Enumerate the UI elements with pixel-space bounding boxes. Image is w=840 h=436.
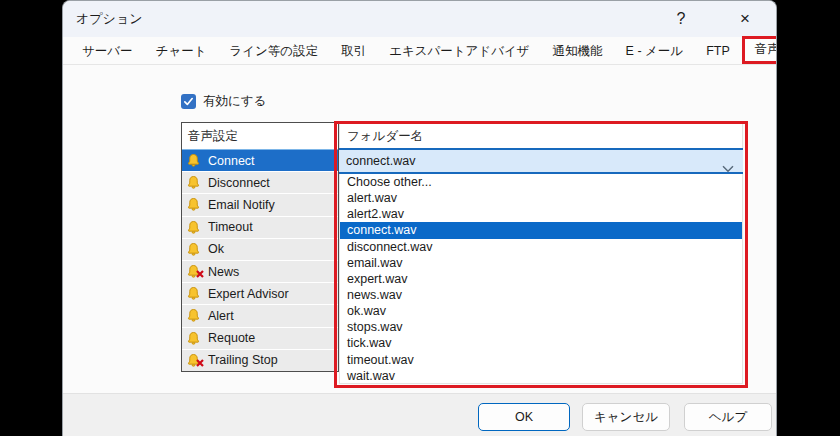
tab[interactable]: FTP (695, 39, 741, 64)
tab[interactable]: 取引 (330, 39, 377, 64)
sound-event-row[interactable]: Disconnect (182, 171, 338, 193)
bell-icon (186, 353, 201, 368)
options-dialog: オプション ? × サーバー チャート ライン等の設定 取引 エキスパートアドバ… (62, 0, 777, 436)
help-button[interactable]: ヘルプ (684, 403, 772, 431)
bell-icon (186, 175, 201, 190)
checkbox-checked-icon (181, 94, 196, 109)
folder-panel: フォルダー名 connect.wav Choose other... alert… (339, 122, 743, 384)
dropdown-item[interactable]: stops.wav (340, 319, 742, 335)
tab[interactable]: 通知機能 (542, 39, 614, 64)
combobox-value: connect.wav (346, 154, 415, 168)
dropdown-item[interactable]: timeout.wav (340, 352, 742, 368)
bell-icon (186, 308, 201, 323)
sound-event-label: Connect (208, 154, 255, 168)
bell-icon (186, 220, 201, 235)
dialog-title: オプション (76, 10, 143, 28)
tab[interactable]: エキスパートアドバイザ (378, 39, 540, 64)
disabled-x-icon (196, 267, 204, 281)
disabled-x-icon (196, 356, 204, 370)
bell-icon (186, 153, 201, 168)
sound-event-label: Alert (208, 309, 234, 323)
sound-file-combobox[interactable]: connect.wav (339, 148, 743, 174)
dropdown-item[interactable]: connect.wav (340, 222, 742, 238)
enable-checkbox-label: 有効にする (203, 93, 266, 110)
bell-icon (186, 197, 201, 212)
tab[interactable]: E - メール (615, 39, 695, 64)
bell-icon (186, 264, 201, 279)
dropdown-item[interactable]: alert.wav (340, 190, 742, 206)
bell-icon (186, 331, 201, 346)
cancel-button[interactable]: キャンセル (582, 403, 670, 431)
sound-event-row[interactable]: Requote (182, 327, 338, 349)
sound-event-label: Disconnect (208, 176, 270, 190)
sound-event-label: Requote (208, 331, 255, 345)
sound-event-row[interactable]: Connect (182, 149, 338, 171)
sound-event-label: Trailing Stop (208, 353, 278, 367)
sound-event-label: News (208, 265, 239, 279)
tab[interactable]: ライン等の設定 (218, 39, 329, 64)
enable-checkbox[interactable]: 有効にする (181, 93, 266, 110)
dropdown-item[interactable]: ok.wav (340, 303, 742, 319)
sound-event-label: Ok (208, 242, 224, 256)
chevron-down-icon (722, 158, 734, 180)
folder-column-header: フォルダー名 (339, 122, 743, 148)
dropdown-item[interactable]: tick.wav (340, 335, 742, 351)
sound-event-row[interactable]: Timeout (182, 216, 338, 238)
dropdown-item[interactable]: alert2.wav (340, 206, 742, 222)
sound-settings-panel: 有効にする 音声設定 Connect (63, 64, 777, 394)
dropdown-item[interactable]: expert.wav (340, 271, 742, 287)
sound-column-header: 音声設定 (182, 123, 338, 149)
sound-event-row[interactable]: Email Notify (182, 193, 338, 215)
sound-event-label: Timeout (208, 220, 253, 234)
tab[interactable]: サーバー (71, 39, 144, 64)
sound-event-row[interactable]: Alert (182, 304, 338, 326)
sound-event-row[interactable]: Expert Advisor (182, 282, 338, 304)
sound-event-label: Email Notify (208, 198, 275, 212)
dropdown-item[interactable]: Choose other... (340, 174, 742, 190)
ok-button[interactable]: OK (478, 403, 570, 431)
tab[interactable]: チャート (145, 39, 218, 64)
sound-event-label: Expert Advisor (208, 287, 289, 301)
tab-bar: サーバー チャート ライン等の設定 取引 エキスパートアドバイザ 通知機能 E … (71, 37, 775, 64)
dropdown-item[interactable]: disconnect.wav (340, 239, 742, 255)
close-icon[interactable]: × (728, 5, 762, 33)
screenshot-stage: オプション ? × サーバー チャート ライン等の設定 取引 エキスパートアドバ… (0, 0, 840, 436)
tab[interactable]: 音声設定 (742, 36, 777, 64)
sound-event-row[interactable]: Trailing Stop (182, 349, 338, 371)
sound-event-row[interactable]: Ok (182, 238, 338, 260)
sound-events-table: 音声設定 Connect (181, 122, 339, 372)
dropdown-item[interactable]: news.wav (340, 287, 742, 303)
sound-event-row[interactable]: News (182, 260, 338, 282)
dropdown-item[interactable]: wait.wav (340, 368, 742, 384)
bell-icon (186, 242, 201, 257)
button-bar: OK キャンセル ヘルプ (63, 393, 777, 436)
dropdown-item[interactable]: email.wav (340, 255, 742, 271)
bell-icon (186, 286, 201, 301)
titlebar-help-button[interactable]: ? (664, 5, 698, 33)
dialog-titlebar: オプション ? × (63, 1, 776, 37)
sound-file-dropdown-list: Choose other... alert.wav alert2.wav con… (339, 174, 743, 384)
sound-rows: Connect Disconnect (182, 149, 338, 371)
